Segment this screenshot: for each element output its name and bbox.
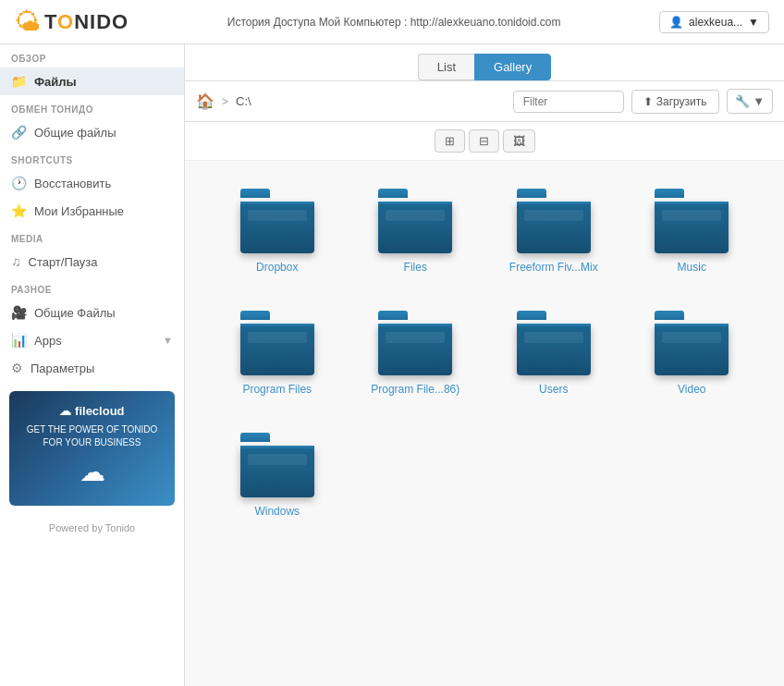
user-menu-button[interactable]: 👤 alexkeua... ▼ — [659, 11, 769, 33]
wrench-icon: 🔧 — [735, 94, 750, 108]
share-icon: 🔗 — [11, 125, 27, 140]
folder-item-freeform[interactable]: Freeform Fiv...Mix — [489, 179, 619, 283]
nav-text: История Доступа Мой Компьютер : http://a… — [227, 16, 561, 29]
upload-button[interactable]: ⬆ Загрузить — [631, 90, 719, 114]
apps-icon: 📊 — [11, 333, 27, 348]
logo: 🌤 TONIDO — [15, 9, 129, 35]
logo-sun-icon: 🌤 — [15, 9, 41, 35]
folder-label-video: Video — [678, 383, 705, 396]
tab-gallery[interactable]: Gallery — [474, 54, 551, 80]
section-label-media: MEDIA — [0, 225, 184, 248]
section-label-exchange: ОБМЕН ТОНИДО — [0, 95, 184, 118]
sidebar-item-label: Восстановить — [34, 177, 111, 190]
folder-icon-freeform — [517, 189, 591, 253]
folder-item-program-files[interactable]: Program Files — [213, 301, 342, 405]
main-layout: ОБЗОР 📁 Файлы ОБМЕН ТОНИДО 🔗 Общие файлы… — [0, 44, 784, 686]
filter-input[interactable] — [513, 91, 624, 113]
cloud-icon: ☁ — [59, 404, 71, 418]
sidebar-item-label: Старт/Пауза — [29, 255, 98, 269]
folder-label-dropbox: Dropbox — [256, 261, 298, 274]
breadcrumb-path: C:\ — [236, 94, 251, 108]
folder-label-program-files-86: Program File...86) — [371, 383, 459, 396]
folder-icon-dropbox — [240, 189, 314, 253]
view-photo-button[interactable]: 🖼 — [503, 129, 535, 153]
folder-label-windows: Windows — [254, 505, 300, 518]
folder-icon-video — [655, 311, 729, 375]
content-area: List Gallery 🏠 > C:\ ⬆ Загрузить 🔧 ▼ ⊞ ⊟… — [185, 44, 784, 686]
folder-item-program-files-86[interactable]: Program File...86) — [351, 301, 481, 405]
user-label: alexkeua... — [689, 16, 742, 29]
star-icon: ⭐ — [11, 203, 27, 218]
folder-icon-users — [517, 311, 591, 375]
gear-icon: ⚙ — [11, 361, 23, 375]
sidebar-item-shared-files[interactable]: 🔗 Общие файлы — [0, 118, 184, 146]
banner-cloud-icon: ☁ — [22, 457, 162, 487]
section-label-shortcuts: SHORTCUTS — [0, 146, 184, 169]
top-bar: 🌤 TONIDO История Доступа Мой Компьютер :… — [0, 0, 784, 44]
view-large-grid-button[interactable]: ⊞ — [435, 129, 465, 153]
section-label-obzor: ОБЗОР — [0, 44, 184, 67]
dropdown-icon: ▼ — [748, 16, 759, 29]
sidebar-item-restore[interactable]: 🕐 Восстановить — [0, 169, 184, 197]
sidebar-item-apps[interactable]: 📊 Apps ▼ — [0, 326, 184, 354]
folder-item-video[interactable]: Video — [628, 301, 757, 405]
folder-icon-program-files — [240, 311, 314, 375]
upload-icon: ⬆ — [643, 95, 653, 108]
folder-icon-windows — [240, 433, 314, 497]
powered-by: Powered by Tonido — [0, 515, 184, 541]
video-icon: 🎥 — [11, 305, 27, 320]
view-small-grid-button[interactable]: ⊟ — [469, 129, 499, 153]
folder-label-freeform: Freeform Fiv...Mix — [509, 261, 598, 274]
folder-label-program-files: Program Files — [242, 383, 312, 396]
upload-label: Загрузить — [656, 95, 707, 108]
sidebar-item-label: Apps — [34, 334, 62, 348]
folder-icon-music — [655, 189, 729, 253]
gallery-grid: Dropbox Files Freeform Fiv...Mix — [213, 179, 756, 527]
sidebar-item-label: Параметры — [31, 361, 94, 375]
arrow-icon: ▼ — [163, 335, 173, 346]
sidebar-banner[interactable]: ☁ filecloud GET THE POWER OF TONIDO FOR … — [9, 391, 175, 506]
sidebar-item-settings[interactable]: ⚙ Параметры — [0, 354, 184, 382]
sidebar: ОБЗОР 📁 Файлы ОБМЕН ТОНИДО 🔗 Общие файлы… — [0, 44, 185, 686]
filecloud-logo: ☁ filecloud — [22, 404, 162, 418]
folder-icon: 📁 — [11, 74, 27, 89]
toolbar: 🏠 > C:\ ⬆ Загрузить 🔧 ▼ — [185, 81, 784, 122]
sidebar-item-label: Мои Избранные — [34, 204, 124, 218]
sidebar-item-media[interactable]: ♫ Старт/Пауза — [0, 248, 184, 276]
sidebar-item-favorites[interactable]: ⭐ Мои Избранные — [0, 197, 184, 225]
top-nav: История Доступа Мой Компьютер : http://a… — [227, 16, 561, 29]
home-button[interactable]: 🏠 — [196, 92, 214, 110]
sidebar-item-shared-files-2[interactable]: 🎥 Общие Файлы — [0, 299, 184, 326]
clock-icon: 🕐 — [11, 176, 27, 190]
folder-label-files: Files — [404, 261, 427, 274]
folder-item-windows[interactable]: Windows — [213, 423, 342, 527]
gallery-area: Dropbox Files Freeform Fiv...Mix — [185, 161, 784, 686]
folder-icon-files — [378, 189, 452, 253]
folder-item-music[interactable]: Music — [628, 179, 757, 283]
settings-arrow: ▼ — [753, 94, 765, 108]
logo-text: TONIDO — [44, 10, 129, 34]
tab-bar: List Gallery — [185, 44, 784, 81]
folder-item-dropbox[interactable]: Dropbox — [213, 179, 342, 283]
breadcrumb-separator: > — [222, 95, 228, 108]
sidebar-item-label: Общие файлы — [34, 126, 116, 140]
sidebar-item-files[interactable]: 📁 Файлы — [0, 67, 184, 95]
section-label-misc: РАЗНОЕ — [0, 276, 184, 299]
sidebar-item-label: Файлы — [34, 75, 77, 89]
music-icon: ♫ — [11, 254, 21, 269]
folder-label-music: Music — [678, 261, 706, 274]
banner-tagline: GET THE POWER OF TONIDO FOR YOUR BUSINES… — [22, 423, 162, 449]
folder-label-users: Users — [539, 383, 568, 396]
tab-list[interactable]: List — [418, 54, 474, 80]
view-toggle: ⊞ ⊟ 🖼 — [185, 122, 784, 161]
user-icon: 👤 — [669, 16, 683, 29]
settings-button[interactable]: 🔧 ▼ — [727, 89, 774, 114]
sidebar-item-label: Общие Файлы — [34, 306, 116, 320]
folder-item-files[interactable]: Files — [351, 179, 481, 283]
folder-item-users[interactable]: Users — [489, 301, 619, 405]
folder-icon-program-files-86 — [378, 311, 452, 375]
